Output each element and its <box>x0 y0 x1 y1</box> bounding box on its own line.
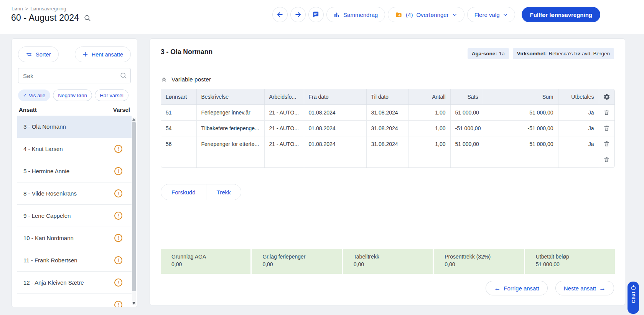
check-icon: ✓ <box>23 93 27 98</box>
bar-chart-icon <box>334 12 340 18</box>
next-employee-label: Neste ansatt <box>564 285 596 292</box>
cell-til-dato[interactable]: 31.08.2024 <box>366 136 408 152</box>
breadcrumb-lonnsavregning[interactable]: Lønnsavregning <box>30 6 66 12</box>
summary-label: Gr.lag feriepenger <box>262 254 341 260</box>
advance-button[interactable]: Forskudd <box>161 184 206 200</box>
cell-antall[interactable]: 1,00 <box>408 104 450 120</box>
cell-fra-dato[interactable]: 01.08.2024 <box>304 136 366 152</box>
cell-sats[interactable]: -51 000,00 <box>450 120 483 136</box>
summary-value: 0,00 <box>354 261 433 267</box>
cell-lonnsart[interactable]: 56 <box>161 136 196 152</box>
cell-fra-dato[interactable] <box>304 152 366 167</box>
cell-lonnsart[interactable]: 51 <box>161 104 196 120</box>
breadcrumb-lonn[interactable]: Lønn <box>12 6 23 12</box>
cell-lonnsart[interactable] <box>161 152 196 167</box>
cell-beskrivelse[interactable]: Feriepenger for etterlø... <box>196 136 264 152</box>
cell-antall[interactable]: 1,00 <box>408 120 450 136</box>
delete-row-icon[interactable] <box>602 108 611 117</box>
chevron-down-icon <box>452 12 457 17</box>
cell-sum[interactable]: -51 000,00 <box>483 120 558 136</box>
cell-til-dato[interactable]: 31.08.2024 <box>366 120 408 136</box>
cell-arbeidsforhold[interactable]: 21 - AUTO... <box>264 104 304 120</box>
delete-row-icon[interactable] <box>602 155 611 164</box>
sort-button[interactable]: Sorter <box>18 46 59 62</box>
table-settings-gear-icon[interactable] <box>602 92 612 102</box>
employee-list-scrollbar[interactable] <box>132 118 136 305</box>
title-search-icon[interactable] <box>84 14 91 22</box>
summary-value: 0,00 <box>171 261 250 267</box>
more-options-button[interactable]: Flere valg <box>467 7 516 22</box>
cell-fra-dato[interactable]: 01.08.2024 <box>304 120 366 136</box>
cell-utbetales[interactable] <box>558 152 599 167</box>
employee-row-partial[interactable] <box>17 294 132 307</box>
cell-antall[interactable]: 1,00 <box>408 136 450 152</box>
aga-zone-value: 1a <box>499 51 505 56</box>
comments-button[interactable] <box>308 7 324 22</box>
collapse-icon[interactable] <box>161 76 167 83</box>
filter-chip-label: Har varsel <box>100 93 124 98</box>
fetch-employees-button[interactable]: Hent ansatte <box>75 46 131 62</box>
section-title: Variable poster <box>171 76 211 83</box>
summary-grlag-feriepenger: Gr.lag feriepenger 0,00 <box>252 249 341 274</box>
scrollbar-up-arrow[interactable] <box>132 118 135 121</box>
delete-row-icon[interactable] <box>602 123 611 133</box>
page-title: 60 - August 2024 <box>11 13 79 23</box>
filter-chip-negativ-lonn[interactable]: Negativ lønn <box>53 90 92 101</box>
col-antall: Antall <box>408 89 450 104</box>
employee-row[interactable]: 4 - Knut Larsen <box>17 138 132 160</box>
cell-utbetales[interactable]: Ja <box>558 104 599 120</box>
scrollbar-down-arrow[interactable] <box>132 302 135 305</box>
employee-row[interactable]: 11 - Frank Robertsen <box>17 249 132 272</box>
cell-utbetales[interactable]: Ja <box>558 120 599 136</box>
cell-til-dato[interactable] <box>366 152 408 167</box>
sort-icon <box>26 51 32 58</box>
previous-employee-button[interactable]: ← Forrige ansatt <box>486 281 548 295</box>
cell-sats[interactable]: 51 000,00 <box>450 136 483 152</box>
cell-sum[interactable]: 51 000,00 <box>483 104 558 120</box>
company-badge: Virksomhet:Rebecca's frø avd. Bergen <box>513 48 614 59</box>
forward-button[interactable] <box>290 7 306 22</box>
scrollbar-thumb[interactable] <box>132 122 136 291</box>
cell-arbeidsforhold[interactable]: 21 - AUTO... <box>264 136 304 152</box>
transfers-button[interactable]: (4) Overføringer <box>388 7 464 22</box>
cell-lonnsart[interactable]: 54 <box>161 120 196 136</box>
cell-arbeidsforhold[interactable] <box>264 152 304 167</box>
cell-arbeidsforhold[interactable]: 21 - AUTO... <box>264 120 304 136</box>
summary-button-label: Sammendrag <box>343 12 378 18</box>
summary-value: 0,00 <box>262 261 341 267</box>
filter-chip-vis-alle[interactable]: ✓ Vis alle <box>18 90 50 101</box>
delete-row-icon[interactable] <box>602 139 611 149</box>
cell-sats[interactable]: 51 000,00 <box>450 104 483 120</box>
next-employee-button[interactable]: Neste ansatt → <box>555 281 614 295</box>
cell-til-dato[interactable]: 31.08.2024 <box>366 104 408 120</box>
previous-employee-label: Forrige ansatt <box>504 285 539 292</box>
sort-button-label: Sorter <box>36 51 51 58</box>
summary-button[interactable]: Sammendrag <box>326 7 385 22</box>
deduction-button[interactable]: Trekk <box>206 184 241 200</box>
cell-sum[interactable]: 51 000,00 <box>483 136 558 152</box>
filter-chip-har-varsel[interactable]: Har varsel <box>95 90 128 101</box>
table-row: 51 Feriepenger innev.år 21 - AUTO... 01.… <box>161 104 614 120</box>
cell-beskrivelse[interactable]: Feriepenger innev.år <box>196 104 264 120</box>
employee-row[interactable]: 5 - Hermine Annie <box>17 160 132 182</box>
employee-row[interactable]: 10 - Kari Nordmann <box>17 227 132 249</box>
cell-beskrivelse[interactable] <box>196 152 264 167</box>
employee-row[interactable]: 3 - Ola Normann <box>17 116 132 138</box>
cell-sum[interactable] <box>483 152 558 167</box>
complete-payroll-button[interactable]: Fullfør lønnsavregning <box>522 7 600 22</box>
employee-row[interactable]: 8 - Vilde Rosenkrans <box>17 182 132 205</box>
cell-sats[interactable] <box>450 152 483 167</box>
employee-row[interactable]: 12 - Anja Kleiven Sætre <box>17 272 132 294</box>
plus-icon <box>82 51 88 57</box>
back-button[interactable] <box>272 7 288 22</box>
employee-name: 11 - Frank Robertsen <box>23 257 77 264</box>
search-input[interactable] <box>18 68 131 83</box>
cell-utbetales[interactable]: Ja <box>558 136 599 152</box>
cell-antall[interactable] <box>408 152 450 167</box>
column-header-ansatt: Ansatt <box>19 106 37 113</box>
arrow-right-icon: → <box>599 285 606 292</box>
cell-beskrivelse[interactable]: Tilbakeføre feriepenge... <box>196 120 264 136</box>
employee-row[interactable]: 9 - Lene Cappelen <box>17 205 132 227</box>
chat-widget-tab[interactable]: Chat <box>628 282 639 314</box>
cell-fra-dato[interactable]: 01.08.2024 <box>304 104 366 120</box>
